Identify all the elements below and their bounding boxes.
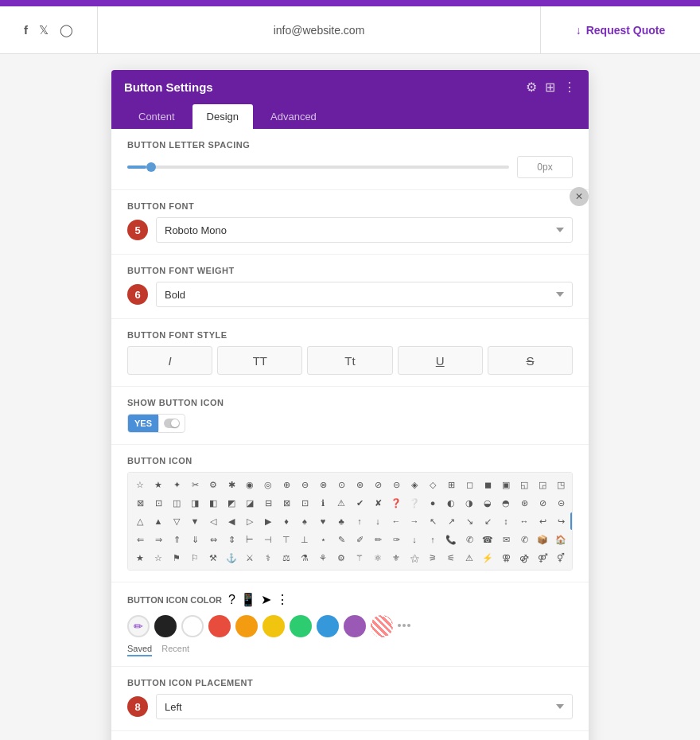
icon-cell[interactable]: ✔: [351, 494, 368, 512]
icon-cell[interactable]: ⚣: [515, 549, 533, 567]
icon-cell[interactable]: ⊞: [442, 476, 460, 493]
color-swatch-yellow[interactable]: [235, 615, 258, 637]
layout-icon[interactable]: ⊞: [545, 80, 555, 95]
color-swatch-green[interactable]: [290, 615, 312, 637]
icon-cell[interactable]: ↓: [406, 531, 423, 548]
twitter-icon[interactable]: 𝕏: [39, 23, 49, 37]
icon-cell[interactable]: ◓: [497, 494, 515, 512]
icon-cell[interactable]: ◒: [479, 494, 496, 512]
font-weight-select[interactable]: Bold Normal Light: [156, 282, 573, 307]
icon-cell[interactable]: ⊥: [296, 531, 313, 548]
icon-cell[interactable]: ♦: [278, 512, 295, 530]
icon-cell[interactable]: ⚘: [314, 549, 332, 567]
icon-cell[interactable]: ⊡: [296, 494, 313, 512]
color-swatch-black[interactable]: [154, 615, 177, 637]
facebook-icon[interactable]: f: [24, 23, 28, 37]
icon-cell[interactable]: ↙: [479, 512, 496, 530]
icon-cell[interactable]: ❔: [406, 494, 423, 512]
icon-cell[interactable]: ⇒: [150, 531, 167, 548]
color-swatch-pencil[interactable]: ✏: [127, 615, 150, 637]
icon-cell[interactable]: ✎: [332, 531, 350, 548]
icon-cell[interactable]: △: [131, 512, 149, 530]
icon-cell[interactable]: ⚥: [552, 549, 570, 567]
icon-cell[interactable]: ◫: [168, 494, 185, 512]
capitalize-button[interactable]: Tt: [307, 346, 392, 375]
strikethrough-button[interactable]: S: [488, 346, 573, 375]
icon-cell[interactable]: ⊘: [534, 494, 551, 512]
request-quote-button[interactable]: ↓ Request Quote: [541, 24, 700, 37]
icon-cell[interactable]: ℹ: [314, 494, 332, 512]
icon-cell[interactable]: ⊙: [332, 476, 350, 493]
color-swatch-white[interactable]: [181, 615, 204, 637]
icon-cell[interactable]: ⇔: [204, 531, 222, 548]
icon-cell[interactable]: ▲: [150, 512, 167, 530]
icon-cell[interactable]: ⋆: [314, 531, 332, 548]
icon-cell[interactable]: ●: [424, 494, 441, 512]
icon-cell[interactable]: ↓7: [570, 512, 573, 530]
font-select[interactable]: Roboto Mono Arial Georgia: [156, 217, 573, 243]
icon-cell[interactable]: ◪: [241, 494, 259, 512]
underline-button[interactable]: U: [398, 346, 483, 375]
icon-cell[interactable]: ⚖: [278, 549, 295, 567]
icon-cell[interactable]: ✑: [387, 531, 405, 548]
icon-cell[interactable]: ⊤: [278, 531, 295, 548]
icon-cell[interactable]: ⚗: [296, 549, 313, 567]
icon-cell[interactable]: ◁: [204, 512, 222, 530]
icon-cell[interactable]: ⊣: [259, 531, 277, 548]
icon-cell[interactable]: ✂: [186, 476, 204, 493]
icon-cell[interactable]: ⚛: [369, 549, 387, 567]
letter-spacing-slider-track[interactable]: [127, 166, 509, 169]
color-arrow-icon[interactable]: ➤: [261, 592, 271, 607]
icon-cell[interactable]: ◩: [223, 494, 240, 512]
icon-cell[interactable]: ⚝: [406, 549, 423, 567]
color-swatch-blue[interactable]: [317, 615, 339, 637]
color-more-icon[interactable]: ⋮: [276, 592, 289, 607]
icon-cell[interactable]: ◻: [461, 476, 478, 493]
icon-cell[interactable]: ↑: [351, 512, 368, 530]
icon-cell[interactable]: ↔: [515, 512, 533, 530]
icon-cell[interactable]: ↖: [424, 512, 441, 530]
icon-cell[interactable]: ⇕: [223, 531, 240, 548]
icon-cell[interactable]: ☎: [479, 531, 496, 548]
italic-button[interactable]: I: [127, 346, 212, 375]
icon-cell[interactable]: ↕: [497, 512, 515, 530]
icon-cell[interactable]: ✱: [223, 476, 240, 493]
icon-cell[interactable]: ◉: [241, 476, 259, 493]
tab-design[interactable]: Design: [192, 104, 253, 129]
icon-cell[interactable]: ▣: [497, 476, 515, 493]
icon-cell[interactable]: ◧: [204, 494, 222, 512]
icon-cell[interactable]: ⊟: [259, 494, 277, 512]
icon-cell[interactable]: ♠: [296, 512, 313, 530]
icon-cell[interactable]: ↘: [461, 512, 478, 530]
icon-cell[interactable]: ⊖: [296, 476, 313, 493]
slider-thumb[interactable]: [146, 162, 156, 172]
icon-cell[interactable]: ☻: [570, 494, 573, 512]
icon-cell[interactable]: ✐: [351, 531, 368, 548]
icon-cell[interactable]: ◐: [442, 494, 460, 512]
icon-cell[interactable]: ✏: [369, 531, 387, 548]
icon-cell[interactable]: ▶: [259, 512, 277, 530]
icon-cell[interactable]: ⚡: [479, 549, 496, 567]
icon-cell[interactable]: ✆: [461, 531, 478, 548]
icon-cell[interactable]: ✆: [515, 531, 533, 548]
icon-cell[interactable]: ⇑: [168, 531, 185, 548]
icon-cell[interactable]: ⚑: [168, 549, 185, 567]
icon-cell[interactable]: ⊛: [515, 494, 533, 512]
icon-cell[interactable]: ↓: [369, 512, 387, 530]
icon-cell[interactable]: ⚠: [461, 549, 478, 567]
icon-cell[interactable]: 🏠: [552, 531, 570, 548]
icon-cell[interactable]: ⇐: [131, 531, 149, 548]
show-icon-toggle[interactable]: YES: [127, 414, 185, 433]
icon-cell[interactable]: ←: [387, 512, 405, 530]
color-phone-icon[interactable]: 📱: [240, 592, 256, 607]
icon-cell[interactable]: ⊠: [278, 494, 295, 512]
icon-cell[interactable]: ⌂: [570, 531, 573, 548]
color-help-icon[interactable]: ?: [228, 593, 235, 607]
color-swatch-striped[interactable]: [371, 615, 393, 637]
icon-cell[interactable]: ⚓: [223, 549, 240, 567]
settings-icon[interactable]: ⚙: [526, 80, 537, 95]
icon-cell[interactable]: ↗: [442, 512, 460, 530]
icon-cell[interactable]: ✉: [497, 531, 515, 548]
icon-cell[interactable]: ✦: [168, 476, 185, 493]
icon-cell[interactable]: ⚠: [332, 494, 350, 512]
